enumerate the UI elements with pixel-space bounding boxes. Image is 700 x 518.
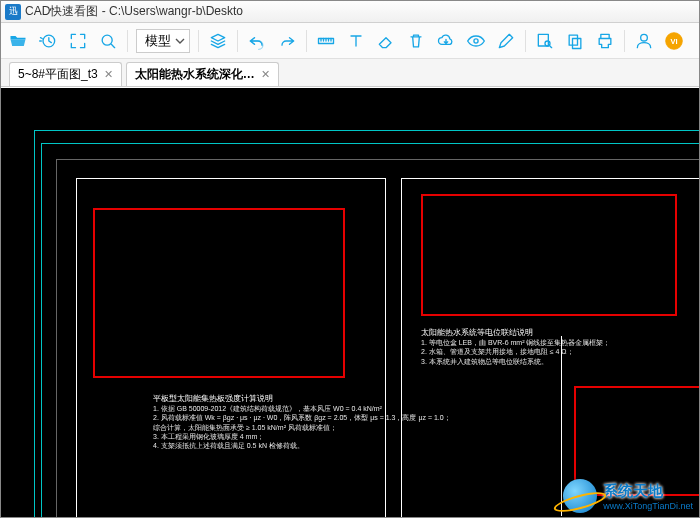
svg-point-3 [474, 38, 478, 42]
viewport-red [421, 194, 677, 316]
model-space-label: 模型 [145, 32, 171, 50]
watermark-brand: 系统天地 [603, 482, 693, 501]
chevron-down-icon [175, 36, 185, 46]
zoom-extents-icon[interactable] [67, 30, 89, 52]
cloud-download-icon[interactable] [435, 30, 457, 52]
app-logo: 迅 [5, 4, 21, 20]
text-icon[interactable] [345, 30, 367, 52]
close-icon[interactable]: ✕ [261, 68, 270, 81]
toolbar-divider [198, 30, 199, 52]
svg-point-8 [641, 34, 648, 41]
history-icon[interactable] [37, 30, 59, 52]
svg-text:VI: VI [670, 37, 677, 46]
measure-icon[interactable] [315, 30, 337, 52]
text-line: 3. 本系统并入建筑物总等电位联结系统。 [421, 357, 610, 366]
toolbar-divider [237, 30, 238, 52]
watermark: 系统天地 www.XiTongTianDi.net [563, 479, 693, 513]
user-icon[interactable] [633, 30, 655, 52]
svg-rect-7 [573, 38, 581, 48]
svg-point-1 [102, 35, 112, 45]
svg-rect-6 [569, 35, 577, 45]
globe-icon [563, 479, 597, 513]
close-icon[interactable]: ✕ [104, 68, 113, 81]
redo-icon[interactable] [276, 30, 298, 52]
zoom-icon[interactable] [97, 30, 119, 52]
toolbar-divider [624, 30, 625, 52]
vip-icon[interactable]: VI [663, 30, 685, 52]
tab-active[interactable]: 太阳能热水系统深化… ✕ [126, 62, 279, 86]
edit-pen-icon[interactable] [495, 30, 517, 52]
toolbar-divider [525, 30, 526, 52]
undo-icon[interactable] [246, 30, 268, 52]
toolbar-divider [127, 30, 128, 52]
drawing-canvas[interactable]: 平板型太阳能集热板强度计算说明 1. 依据 GB 50009-2012《建筑结构… [1, 88, 699, 517]
tab-inactive[interactable]: 5~8#平面图_t3 ✕ [9, 62, 122, 86]
svg-rect-4 [538, 34, 548, 46]
tab-label: 5~8#平面图_t3 [18, 66, 98, 83]
window-title: CAD快速看图 - C:\Users\wangr-b\Deskto [25, 3, 243, 20]
visibility-icon[interactable] [465, 30, 487, 52]
toolbar-divider [306, 30, 307, 52]
text-line: 1. 等电位盒 LEB，由 BVR-6 mm² 铜线接至集热器金属框架； [421, 338, 610, 347]
tab-label: 太阳能热水系统深化… [135, 66, 255, 83]
watermark-url: www.XiTongTianDi.net [603, 501, 693, 511]
model-space-select[interactable]: 模型 [136, 29, 190, 53]
document-tab-bar: 5~8#平面图_t3 ✕ 太阳能热水系统深化… ✕ [1, 59, 699, 87]
title-bar: 迅 CAD快速看图 - C:\Users\wangr-b\Deskto [1, 1, 699, 23]
main-toolbar: 模型 VI [1, 23, 699, 59]
text-line: 2. 水箱、管道及支架共用接地，接地电阻 ≤ 4 Ω； [421, 347, 610, 356]
layers-icon[interactable] [207, 30, 229, 52]
copy-icon[interactable] [564, 30, 586, 52]
find-icon[interactable] [534, 30, 556, 52]
erase-icon[interactable] [375, 30, 397, 52]
text-block-right: 太阳能热水系统等电位联结说明 1. 等电位盒 LEB，由 BVR-6 mm² 铜… [421, 328, 610, 366]
print-icon[interactable] [594, 30, 616, 52]
text-heading: 太阳能热水系统等电位联结说明 [421, 328, 610, 338]
delete-icon[interactable] [405, 30, 427, 52]
viewport-red [93, 208, 345, 378]
open-icon[interactable] [7, 30, 29, 52]
